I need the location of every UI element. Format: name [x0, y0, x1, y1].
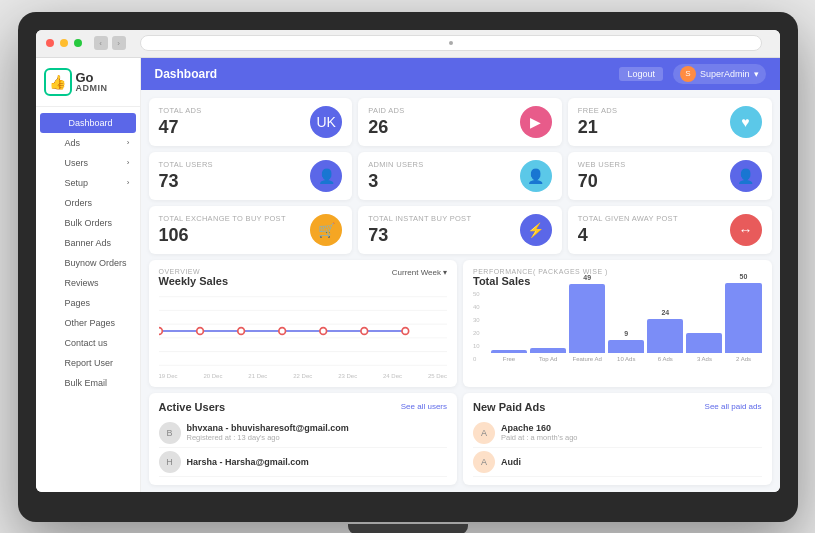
- user-menu[interactable]: S SuperAdmin ▾: [673, 64, 766, 84]
- x-label: 25 Dec: [428, 373, 447, 379]
- stat-info: TOTAL INSTANT BUY POST 73: [368, 214, 471, 246]
- nav-label: Banner Ads: [65, 238, 112, 248]
- list-item: H Harsha - Harsha@gmail.com: [159, 448, 448, 477]
- bar-group: 3 Ads: [686, 333, 722, 362]
- stat-icon: 👤: [310, 160, 342, 192]
- x-label: 21 Dec: [248, 373, 267, 379]
- chevron-down-icon: ▾: [443, 268, 447, 277]
- sidebar-item-other-pages[interactable]: Other Pages: [36, 313, 140, 333]
- new-paid-ads-list: A Apache 160 Paid at : a month's ago A A…: [473, 419, 762, 477]
- sidebar-item-setup[interactable]: Setup›: [36, 173, 140, 193]
- x-label: 22 Dec: [293, 373, 312, 379]
- bottom-row: Active Users See all users B bhvxana - b…: [149, 393, 772, 485]
- stat-value: 3: [368, 171, 423, 192]
- list-info: bhvxana - bhuvisharesoft@gmail.com Regis…: [187, 423, 349, 442]
- user-name: Harsha - Harsha@gmail.com: [187, 457, 309, 467]
- sidebar-item-dashboard[interactable]: Dashboard: [40, 113, 136, 133]
- stat-info: PAID ADS 26: [368, 106, 404, 138]
- sidebar-item-orders[interactable]: Orders: [36, 193, 140, 213]
- see-all-ads[interactable]: See all paid ads: [705, 402, 762, 411]
- sidebar-item-banner-ads[interactable]: Banner Ads: [36, 233, 140, 253]
- dot-yellow[interactable]: [60, 39, 68, 47]
- sidebar-item-ads[interactable]: Ads›: [36, 133, 140, 153]
- stat-info: TOTAL EXCHANGE TO BUY POST 106: [159, 214, 286, 246]
- sidebar-item-bulk-email[interactable]: Bulk Email: [36, 373, 140, 393]
- nav-label: Bulk Orders: [65, 218, 113, 228]
- stats-row-3: TOTAL EXCHANGE TO BUY POST 106 🛒 TOTAL I…: [149, 206, 772, 254]
- stat-label: TOTAL ADS: [159, 106, 202, 115]
- main-content: Dashboard Logout S SuperAdmin ▾: [141, 58, 780, 492]
- line-chart-wrapper: [159, 291, 448, 371]
- svg-point-12: [402, 327, 409, 334]
- sidebar-item-bulk-orders[interactable]: Bulk Orders: [36, 213, 140, 233]
- stat-info: TOTAL ADS 47: [159, 106, 202, 138]
- avatar: H: [159, 451, 181, 473]
- logo-icon: 👍: [44, 68, 72, 96]
- bar: [491, 350, 527, 353]
- x-label: 23 Dec: [338, 373, 357, 379]
- stat-label: FREE ADS: [578, 106, 618, 115]
- url-bar[interactable]: [140, 35, 762, 51]
- forward-button[interactable]: ›: [112, 36, 126, 50]
- bar-group: 246 Ads: [647, 319, 683, 362]
- stat-label: TOTAL INSTANT BUY POST: [368, 214, 471, 223]
- svg-point-7: [196, 327, 203, 334]
- bar-value-label: 49: [583, 274, 591, 281]
- nav-label: Orders: [65, 198, 93, 208]
- bar-group: 910 Ads: [608, 340, 644, 362]
- nav-label: Other Pages: [65, 318, 116, 328]
- sidebar-item-pages[interactable]: Pages: [36, 293, 140, 313]
- logo-go: Go: [76, 71, 108, 84]
- bar-y-axis: 50403020100: [473, 291, 489, 376]
- stat-icon: ♥: [730, 106, 762, 138]
- back-button[interactable]: ‹: [94, 36, 108, 50]
- stat-card: TOTAL ADS 47 UK: [149, 98, 353, 146]
- nav-label: Dashboard: [69, 118, 113, 128]
- user-name: bhvxana - bhuvisharesoft@gmail.com: [187, 423, 349, 433]
- charts-row: OVERVIEW Weekly Sales Current Week ▾: [149, 260, 772, 387]
- svg-point-8: [237, 327, 244, 334]
- stat-icon: ▶: [520, 106, 552, 138]
- dot-red[interactable]: [46, 39, 54, 47]
- stat-label: ADMIN USERS: [368, 160, 423, 169]
- sidebar-item-report-user[interactable]: Report User: [36, 353, 140, 373]
- bar-x-label: 6 Ads: [658, 356, 673, 362]
- dropdown-label: Current Week: [392, 268, 441, 277]
- logout-button[interactable]: Logout: [619, 67, 663, 81]
- list-info: Apache 160 Paid at : a month's ago: [501, 423, 577, 442]
- dot-green[interactable]: [74, 39, 82, 47]
- bar: 50: [725, 283, 761, 353]
- sidebar-item-reviews[interactable]: Reviews: [36, 273, 140, 293]
- weekly-sales-card: OVERVIEW Weekly Sales Current Week ▾: [149, 260, 458, 387]
- week-dropdown[interactable]: Current Week ▾: [392, 268, 447, 277]
- stat-card: TOTAL USERS 73 👤: [149, 152, 353, 200]
- stat-card: WEB USERS 70 👤: [568, 152, 772, 200]
- stat-label: TOTAL EXCHANGE TO BUY POST: [159, 214, 286, 223]
- user-name: SuperAdmin: [700, 69, 750, 79]
- stat-card: TOTAL GIVEN AWAY POST 4 ↔: [568, 206, 772, 254]
- sidebar-item-buynow-orders[interactable]: Buynow Orders: [36, 253, 140, 273]
- nav-label: Pages: [65, 298, 91, 308]
- sidebar: 👍 Go ADMIN DashboardAds›Users›Setup›Orde…: [36, 58, 141, 492]
- bar-group: Free: [491, 350, 527, 362]
- stat-card: TOTAL EXCHANGE TO BUY POST 106 🛒: [149, 206, 353, 254]
- main-header: Dashboard Logout S SuperAdmin ▾: [141, 58, 780, 90]
- avatar: S: [680, 66, 696, 82]
- x-axis: 19 Dec20 Dec21 Dec22 Dec23 Dec24 Dec25 D…: [159, 373, 448, 379]
- x-label: 24 Dec: [383, 373, 402, 379]
- stat-icon: ⚡: [520, 214, 552, 246]
- sidebar-item-contact-us[interactable]: Contact us: [36, 333, 140, 353]
- stat-icon: 🛒: [310, 214, 342, 246]
- stat-info: WEB USERS 70: [578, 160, 626, 192]
- ad-name: Apache 160: [501, 423, 577, 433]
- logo-admin: ADMIN: [76, 84, 108, 93]
- bar-x-label: 3 Ads: [697, 356, 712, 362]
- new-paid-ads-card: New Paid Ads See all paid ads A Apache 1…: [463, 393, 772, 485]
- bar: 49: [569, 284, 605, 353]
- laptop-base: [348, 524, 468, 534]
- bars-wrapper: FreeTop Ad49Feature Ad910 Ads246 Ads3 Ad…: [491, 291, 762, 376]
- list-title: Active Users: [159, 401, 226, 413]
- see-all-users[interactable]: See all users: [401, 402, 447, 411]
- stat-icon: 👤: [730, 160, 762, 192]
- sidebar-item-users[interactable]: Users›: [36, 153, 140, 173]
